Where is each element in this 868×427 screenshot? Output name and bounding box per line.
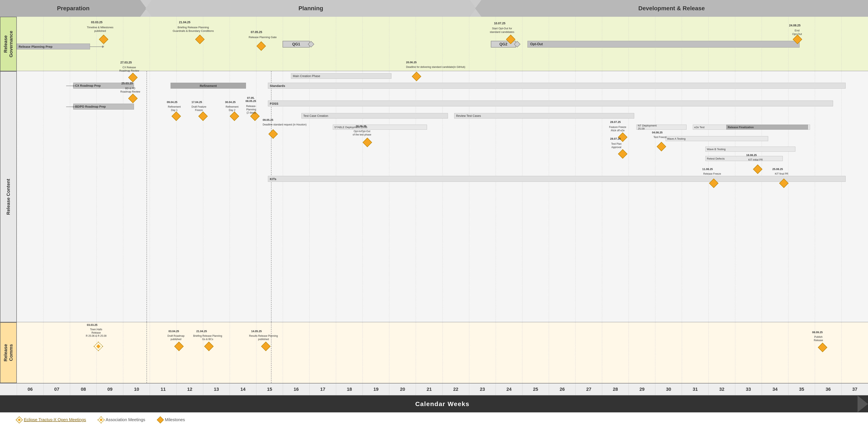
bar-test-case-creation: Test Case Creation bbox=[301, 113, 448, 119]
bar-bdpd-roadmap-prep: BD/PD Roadmap Prep bbox=[73, 104, 134, 110]
week-line-c bbox=[469, 71, 496, 322]
vline-dev-start bbox=[271, 71, 272, 322]
qg1-box: QG1 bbox=[283, 41, 310, 48]
week-line bbox=[150, 17, 176, 71]
week-line-comm bbox=[762, 322, 788, 383]
phase-planning: Planning bbox=[146, 0, 476, 17]
week-line-comm bbox=[602, 322, 628, 383]
week-line-c bbox=[283, 71, 309, 322]
arrow-cx bbox=[66, 86, 73, 86]
week-line-comm bbox=[522, 322, 549, 383]
week-07: 07 bbox=[43, 384, 70, 395]
phase-planning-label: Planning bbox=[299, 5, 323, 12]
phase-preparation: Preparation bbox=[0, 0, 147, 17]
week-19: 19 bbox=[363, 384, 389, 395]
bottom-arrow-row: Calendar Weeks bbox=[0, 396, 868, 413]
week-14: 14 bbox=[229, 384, 256, 395]
bar-refinement: Refinement bbox=[170, 83, 246, 89]
calendar-weeks-label: Calendar Weeks bbox=[415, 400, 469, 407]
arrow-tip bbox=[858, 396, 868, 413]
phase-devrelease-label: Development & Release bbox=[639, 5, 705, 12]
comms-band: 03.03.25 Town HallsReleaseR 25.06 & R 25… bbox=[17, 322, 868, 383]
qg1-diamond bbox=[309, 42, 313, 47]
phase-prep-label: Preparation bbox=[57, 5, 90, 12]
week-line-comm bbox=[496, 322, 522, 383]
eclipse-meetings-link[interactable]: Eclipse Tractus-X Open Meetings bbox=[24, 417, 86, 422]
week-line bbox=[815, 17, 841, 71]
week-line-comm bbox=[309, 322, 336, 383]
vline-comm-2 bbox=[271, 322, 272, 383]
week-29: 29 bbox=[628, 384, 655, 395]
week-line-c bbox=[256, 71, 283, 322]
week-line-comm bbox=[283, 322, 309, 383]
week-line-c bbox=[788, 71, 815, 322]
week-32: 32 bbox=[708, 384, 735, 395]
label-content: Release Content bbox=[0, 71, 17, 322]
legend-milestones: Milestones bbox=[158, 417, 185, 422]
week-line bbox=[442, 17, 469, 71]
week-16: 16 bbox=[283, 384, 309, 395]
week-line-c bbox=[442, 71, 469, 322]
week-23: 23 bbox=[469, 384, 496, 395]
content-area: ReleaseGovernance Release Content Releas… bbox=[0, 17, 868, 383]
phase-devrelease: Development & Release bbox=[475, 0, 868, 17]
week-line-c bbox=[309, 71, 336, 322]
week-line-c bbox=[628, 71, 655, 322]
week-line-comm bbox=[336, 322, 363, 383]
vline-planning-start bbox=[147, 71, 147, 322]
week-line-comm bbox=[628, 322, 655, 383]
week-line bbox=[336, 17, 363, 71]
week-line-comm bbox=[708, 322, 735, 383]
week-33: 33 bbox=[735, 384, 762, 395]
week-line bbox=[96, 17, 123, 71]
week-line-comm bbox=[123, 322, 150, 383]
association-meetings-label: Association Meetings bbox=[106, 417, 145, 422]
bar-kits: KITs bbox=[268, 176, 846, 182]
row-labels: ReleaseGovernance Release Content Releas… bbox=[0, 17, 17, 383]
week-line-comm bbox=[363, 322, 389, 383]
week-line-comm bbox=[735, 322, 762, 383]
week-line-c bbox=[496, 71, 522, 322]
milestone-legend-icon bbox=[157, 416, 164, 423]
week-line-c bbox=[708, 71, 735, 322]
week-line-c bbox=[762, 71, 788, 322]
week-11: 11 bbox=[150, 384, 176, 395]
legend-row: Eclipse Tractus-X Open Meetings Associat… bbox=[0, 413, 868, 427]
week-line-c bbox=[735, 71, 762, 322]
bar-standards: Standards bbox=[268, 83, 846, 89]
week-line-c bbox=[549, 71, 576, 322]
week-line-c bbox=[682, 71, 708, 322]
week-30: 30 bbox=[655, 384, 682, 395]
week-line-c bbox=[602, 71, 628, 322]
week-26: 26 bbox=[549, 384, 576, 395]
week-line-c bbox=[17, 71, 43, 322]
bar-wave-b: Wave B Testing bbox=[705, 147, 795, 152]
week-line-c bbox=[389, 71, 416, 322]
week-line-comm bbox=[469, 322, 496, 383]
week-15: 15 bbox=[256, 384, 283, 395]
legend-association-meetings: Association Meetings bbox=[99, 417, 145, 422]
week-line-c bbox=[336, 71, 363, 322]
week-line-comm bbox=[416, 322, 442, 383]
week-line-comm bbox=[788, 322, 815, 383]
week-36: 36 bbox=[815, 384, 841, 395]
gantt-area: Release Planning Prep 03.03.25 Timeline … bbox=[17, 17, 868, 383]
vline-comm-1 bbox=[147, 322, 147, 383]
week-line-c bbox=[43, 71, 70, 322]
week-line-comm bbox=[841, 322, 868, 383]
label-governance: ReleaseGovernance bbox=[0, 17, 17, 71]
week-line-comm bbox=[549, 322, 576, 383]
arrow-bdpd bbox=[66, 106, 73, 107]
phase-header: Preparation Planning Development & Relea… bbox=[0, 0, 868, 17]
week-37: 37 bbox=[841, 384, 868, 395]
week-line bbox=[229, 17, 256, 71]
week-line-comm bbox=[43, 322, 70, 383]
week-line bbox=[363, 17, 389, 71]
week-22: 22 bbox=[442, 384, 469, 395]
bar-retest-defects: Retest Defects bbox=[705, 156, 783, 161]
week-line-comm bbox=[576, 322, 602, 383]
week-17: 17 bbox=[309, 384, 336, 395]
arrow-rpp bbox=[90, 47, 102, 47]
bar-foss: FOSS bbox=[268, 100, 833, 106]
milestones-label: Milestones bbox=[165, 417, 185, 422]
